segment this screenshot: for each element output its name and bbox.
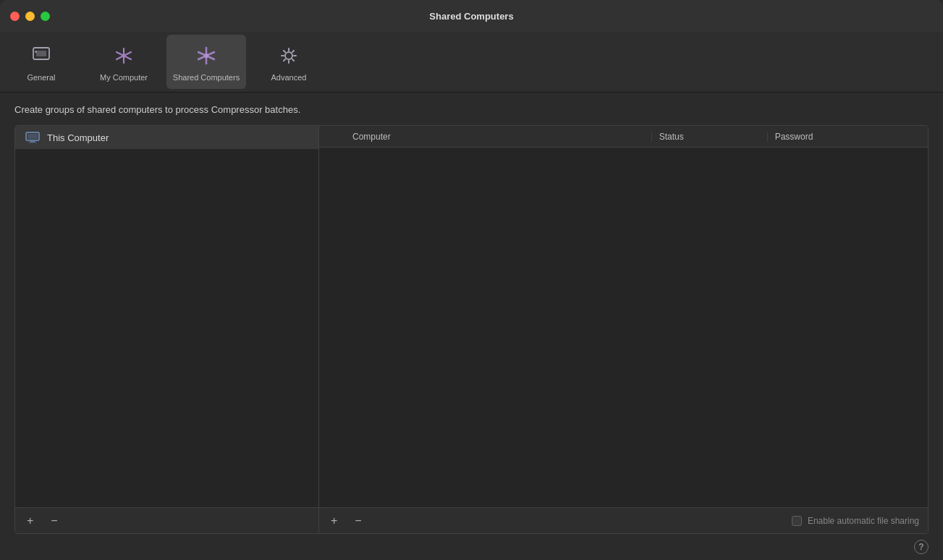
- svg-point-6: [122, 54, 126, 57]
- right-footer-left: + −: [328, 514, 365, 528]
- remove-computer-button[interactable]: −: [352, 514, 364, 528]
- bottom-bar: ?: [0, 534, 943, 560]
- description-text: Create groups of shared computers to pro…: [14, 104, 929, 115]
- group-item-label: This Computer: [47, 132, 109, 143]
- tab-advanced-label: Advanced: [271, 73, 307, 82]
- advanced-icon: [276, 43, 302, 69]
- tab-my-computer[interactable]: My Computer: [84, 35, 164, 89]
- this-computer-icon: [25, 132, 40, 143]
- svg-point-11: [285, 52, 292, 59]
- table-header: Computer Status Password: [319, 126, 928, 148]
- window: Shared Computers General: [0, 0, 943, 560]
- window-title: Shared Computers: [429, 11, 513, 22]
- help-button[interactable]: ?: [914, 540, 929, 554]
- traffic-lights: [10, 12, 50, 21]
- table-body: [319, 148, 928, 507]
- left-panel-footer: + −: [15, 507, 318, 533]
- col-computer: Computer: [345, 132, 652, 142]
- tab-shared-computers[interactable]: Shared Computers: [166, 35, 246, 89]
- toolbar: General My Computer: [0, 32, 943, 93]
- auto-share-label: Enable automatic file sharing: [808, 516, 919, 526]
- svg-point-10: [204, 54, 208, 58]
- remove-group-button[interactable]: −: [48, 514, 60, 528]
- list-item[interactable]: This Computer: [15, 126, 318, 149]
- auto-share-checkbox[interactable]: [792, 516, 802, 526]
- my-computer-icon: [111, 43, 137, 69]
- content-area: Create groups of shared computers to pro…: [0, 93, 943, 534]
- minimize-button[interactable]: [25, 12, 35, 21]
- maximize-button[interactable]: [41, 12, 50, 21]
- right-footer-right: Enable automatic file sharing: [792, 516, 919, 526]
- tab-general-label: General: [27, 73, 55, 82]
- tab-general[interactable]: General: [1, 35, 81, 89]
- panels: This Computer + − Computer Status Passwo…: [14, 125, 929, 534]
- add-group-button[interactable]: +: [24, 514, 36, 528]
- tab-advanced[interactable]: Advanced: [249, 35, 329, 89]
- right-panel-footer: + − Enable automatic file sharing: [319, 507, 928, 533]
- close-button[interactable]: [10, 12, 20, 21]
- svg-rect-2: [35, 51, 37, 53]
- tab-shared-computers-label: Shared Computers: [173, 73, 240, 82]
- col-password: Password: [768, 132, 928, 142]
- shared-computers-icon: [193, 43, 219, 69]
- title-bar: Shared Computers: [0, 0, 943, 32]
- tab-my-computer-label: My Computer: [100, 73, 148, 82]
- svg-rect-15: [28, 143, 37, 143]
- svg-rect-1: [36, 51, 46, 56]
- left-panel: This Computer + −: [15, 126, 319, 533]
- col-status: Status: [652, 132, 768, 142]
- right-panel: Computer Status Password + − Enable auto…: [319, 126, 928, 533]
- general-icon: [28, 43, 54, 69]
- svg-rect-13: [28, 134, 38, 139]
- groups-list: This Computer: [15, 126, 318, 507]
- add-computer-button[interactable]: +: [328, 514, 340, 528]
